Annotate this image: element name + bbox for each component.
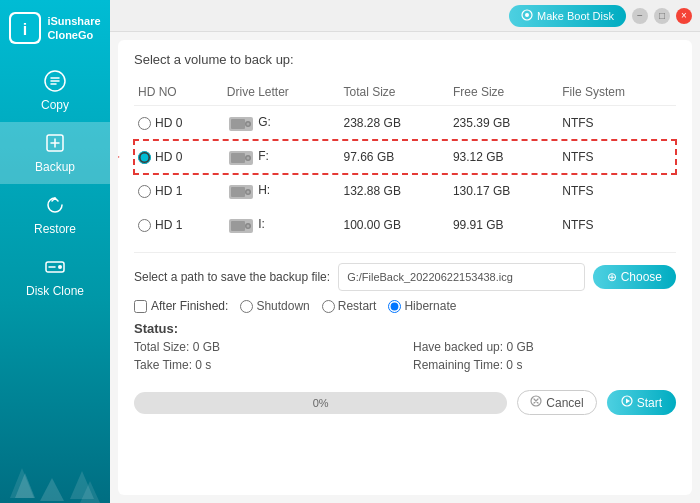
maximize-button[interactable]: □	[654, 8, 670, 24]
select-volume-title: Select a volume to back up:	[134, 52, 676, 67]
app-logo-icon: i	[9, 12, 41, 44]
after-finished-checkbox[interactable]: After Finished:	[134, 299, 228, 313]
title-bar: Make Boot Disk − □ ×	[110, 0, 700, 32]
backup-icon	[44, 132, 66, 157]
hibernate-option[interactable]: Hibernate	[388, 299, 456, 313]
radio-row-0[interactable]: HD 0	[138, 116, 215, 130]
svg-point-24	[246, 191, 249, 194]
restore-icon	[44, 194, 66, 219]
minimize-button[interactable]: −	[632, 8, 648, 24]
table-row[interactable]: HD 1 H:	[134, 174, 676, 208]
disk-clone-icon	[44, 256, 66, 281]
svg-rect-26	[231, 221, 245, 231]
table-row[interactable]: HD 1 I:	[134, 208, 676, 242]
disk-icon-1	[227, 146, 255, 168]
radio-row-2[interactable]: HD 1	[138, 184, 215, 198]
sidebar-item-copy-label: Copy	[41, 98, 69, 112]
radio-row-3[interactable]: HD 1	[138, 218, 215, 232]
after-finished-check[interactable]	[134, 300, 147, 313]
col-free-size: Free Size	[449, 81, 558, 106]
content-area: Select a volume to back up: HD NO Drive …	[118, 40, 692, 495]
svg-point-16	[246, 123, 249, 126]
disk-icon-2	[227, 180, 255, 202]
svg-point-28	[246, 225, 249, 228]
after-finished-row: After Finished: Shutdown Restart Hiberna…	[134, 299, 676, 313]
volume-radio-3[interactable]	[138, 219, 151, 232]
svg-marker-8	[40, 478, 64, 501]
disk-icon-0	[227, 112, 255, 134]
cancel-icon	[530, 395, 542, 410]
volume-radio-0[interactable]	[138, 117, 151, 130]
status-heading: Status:	[134, 321, 676, 336]
remaining-time-status: Remaining Time: 0 s	[413, 358, 676, 372]
bottom-section: Select a path to save the backup file: ⊕…	[134, 252, 676, 372]
sidebar-item-restore-label: Restore	[34, 222, 76, 236]
sidebar-item-disk-clone[interactable]: Disk Clone	[0, 246, 110, 308]
sidebar-item-backup-label: Backup	[35, 160, 75, 174]
radio-row-1[interactable]: HD 0	[138, 150, 215, 164]
volume-table: HD NO Drive Letter Total Size Free Size …	[134, 81, 676, 242]
start-button[interactable]: Start	[607, 390, 676, 415]
svg-point-20	[246, 157, 249, 160]
sidebar-item-disk-clone-label: Disk Clone	[26, 284, 84, 298]
plus-icon: ⊕	[607, 270, 617, 284]
choose-button[interactable]: ⊕ Choose	[593, 265, 676, 289]
progress-text: 0%	[313, 397, 329, 409]
col-hd-no: HD NO	[134, 81, 223, 106]
volume-radio-2[interactable]	[138, 185, 151, 198]
hibernate-radio[interactable]	[388, 300, 401, 313]
boot-disk-icon	[521, 9, 533, 23]
start-icon	[621, 395, 633, 410]
have-backed-up-status: Have backed up: 0 GB	[413, 340, 676, 354]
svg-rect-22	[231, 187, 245, 197]
main-content: Make Boot Disk − □ × Select a volume to …	[110, 0, 700, 503]
take-time-status: Take Time: 0 s	[134, 358, 397, 372]
sidebar-item-backup[interactable]: Backup	[0, 122, 110, 184]
app-name: iSunshare CloneGo	[47, 14, 100, 43]
close-button[interactable]: ×	[676, 8, 692, 24]
shutdown-radio[interactable]	[240, 300, 253, 313]
path-input[interactable]	[338, 263, 585, 291]
col-drive-letter: Drive Letter	[223, 81, 340, 106]
svg-point-5	[58, 265, 62, 269]
col-total-size: Total Size	[340, 81, 449, 106]
path-label: Select a path to save the backup file:	[134, 270, 330, 284]
copy-icon	[44, 70, 66, 95]
restart-radio[interactable]	[322, 300, 335, 313]
progress-bar-container: 0%	[134, 392, 507, 414]
svg-marker-7	[10, 468, 34, 498]
sidebar: i iSunshare CloneGo Copy	[0, 0, 110, 503]
svg-rect-18	[231, 153, 245, 163]
shutdown-option[interactable]: Shutdown	[240, 299, 309, 313]
restart-option[interactable]: Restart	[322, 299, 377, 313]
progress-area: 0% Cancel	[134, 382, 676, 419]
col-file-system: File System	[558, 81, 676, 106]
svg-rect-14	[231, 119, 245, 129]
svg-marker-31	[626, 399, 630, 404]
svg-point-12	[525, 13, 529, 17]
red-arrow-indicator: ➤	[118, 139, 119, 174]
logo-area: i iSunshare CloneGo	[1, 0, 108, 60]
sidebar-decoration	[0, 443, 110, 503]
table-row[interactable]: HD 0 G:	[134, 106, 676, 141]
svg-text:i: i	[23, 21, 27, 38]
volume-radio-1[interactable]	[138, 151, 151, 164]
sidebar-item-restore[interactable]: Restore	[0, 184, 110, 246]
volume-table-wrapper: HD NO Drive Letter Total Size Free Size …	[134, 81, 676, 242]
disk-icon-3	[227, 214, 255, 236]
total-size-status: Total Size: 0 GB	[134, 340, 397, 354]
make-boot-disk-button[interactable]: Make Boot Disk	[509, 5, 626, 27]
sidebar-item-copy[interactable]: Copy	[0, 60, 110, 122]
status-section: Status: Total Size: 0 GB Have backed up:…	[134, 321, 676, 372]
cancel-button[interactable]: Cancel	[517, 390, 596, 415]
table-row-selected[interactable]: HD 0 F:	[134, 140, 676, 174]
path-row: Select a path to save the backup file: ⊕…	[134, 263, 676, 291]
